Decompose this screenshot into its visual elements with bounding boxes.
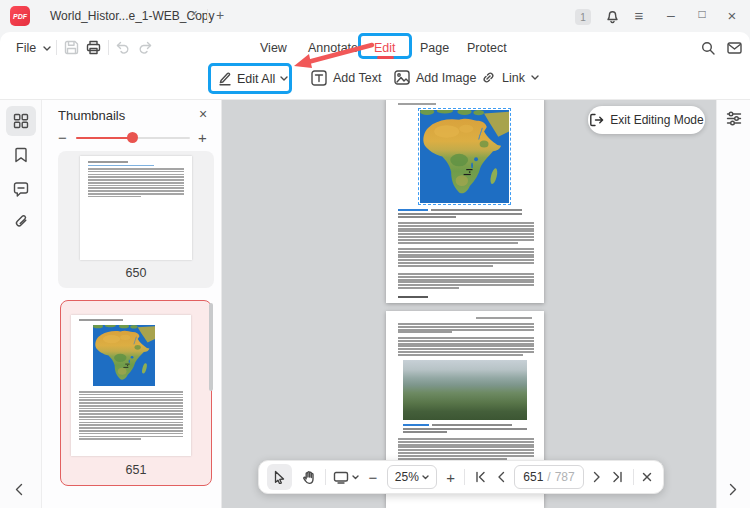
grid-icon [13,113,29,129]
add-text-button[interactable]: Add Text [311,70,381,86]
mail-icon[interactable] [727,42,742,54]
bookmark-icon [14,147,28,163]
page-separator: / [547,470,550,484]
exit-icon [589,113,604,127]
slider-fill [76,137,132,139]
print-icon[interactable] [86,40,101,55]
link-icon [481,70,496,85]
exit-editing-mode-button[interactable]: Exit Editing Mode [588,106,705,134]
add-text-label: Add Text [333,71,381,85]
toolbar-divider [633,469,634,485]
slider-knob[interactable] [127,132,138,143]
edit-all-label: Edit All [237,72,275,86]
menu-edit[interactable]: Edit [374,41,396,55]
total-pages: 787 [555,470,575,484]
toolbar-divider [325,469,326,485]
save-icon[interactable] [64,40,79,55]
thumbnail-650-label: 650 [58,266,214,280]
thumbnails-panel-title: Thumbnails [58,108,125,123]
chevron-right-icon [593,471,601,483]
chevron-down-icon [352,475,359,480]
app-logo-icon: PDF [10,6,30,26]
notification-badge[interactable]: 1 [575,9,591,25]
hand-icon [302,470,316,485]
maximize-button[interactable]: □ [692,7,712,21]
new-tab-button[interactable]: + [210,7,230,23]
menubar-divider [56,40,57,55]
menu-file[interactable]: File [16,41,36,55]
image-icon [394,70,410,85]
expand-right-panel-button[interactable] [729,483,737,496]
thumbnail-650-page [80,156,192,260]
landscape-photo[interactable] [403,360,527,420]
chevron-down-icon [531,75,539,80]
thumbnail-page-651[interactable]: 651 [60,300,212,486]
first-page-button[interactable] [471,464,488,490]
window-close-button[interactable]: × [722,7,742,24]
exit-editing-label: Exit Editing Mode [610,113,703,127]
zoom-level-select[interactable]: 25% [387,465,437,489]
redo-icon[interactable] [138,41,153,54]
zoom-level-value: 25% [395,470,419,484]
menu-annotate[interactable]: Annotate [308,41,358,55]
page-display-mode-button[interactable] [332,464,359,490]
viewer-toolbar: − 25% + 651 / 787 [258,460,664,494]
main-menu-icon[interactable]: ≡ [629,7,649,24]
edit-menu-underline [377,56,394,59]
pdf-page-651[interactable] [386,100,544,303]
africa-map-image[interactable] [420,110,509,203]
page-view-icon [333,471,349,484]
last-page-button[interactable] [609,464,626,490]
last-page-icon [612,471,623,483]
chevron-right-icon [729,483,737,496]
select-tool-button[interactable] [267,464,292,490]
selected-image-frame[interactable] [418,108,511,205]
thumbnail-zoom-out[interactable]: − [58,129,67,146]
menu-page[interactable]: Page [420,41,449,55]
menubar-divider [108,40,109,55]
attachments-panel-button[interactable] [6,207,36,237]
pencil-icon [218,71,232,86]
thumbnails-panel-button[interactable] [6,106,36,136]
toolbar-divider [464,469,465,485]
panel-close-icon[interactable]: × [199,106,207,122]
edit-all-button[interactable]: Edit All [208,63,292,94]
thumbnails-scrollbar[interactable] [209,303,213,391]
right-rail [716,100,750,508]
chevron-left-icon [15,483,23,496]
tab-divider [207,9,208,23]
add-image-button[interactable]: Add Image [394,70,476,85]
search-icon[interactable] [701,41,715,55]
thumbnail-zoom-in[interactable]: + [198,129,207,146]
tab-close-icon[interactable]: × [184,7,204,21]
zoom-in-button[interactable]: + [443,464,458,490]
settings-sliders-icon[interactable] [726,110,742,126]
file-chevron-icon [43,46,51,51]
chevron-down-icon [422,475,429,480]
document-canvas [222,100,716,508]
chevron-down-icon [280,76,288,81]
thumbnail-651-label: 651 [61,463,211,477]
thumbnail-651-page [71,315,191,456]
chevron-left-icon [497,471,505,483]
title-bar: PDF World_Histor...e_1-WEB_Copy × + 1 ≡ … [0,0,750,32]
zoom-out-button[interactable]: − [365,464,380,490]
bookmarks-panel-button[interactable] [6,140,36,170]
thumbnail-page-650[interactable]: 650 [58,151,214,288]
undo-icon[interactable] [115,41,130,54]
text-tool-icon [311,70,327,86]
bell-icon[interactable] [605,9,620,24]
previous-page-button[interactable] [495,464,509,490]
menu-view[interactable]: View [260,41,287,55]
link-button[interactable]: Link [481,70,539,85]
minimize-button[interactable]: – [661,7,681,23]
hand-tool-button[interactable] [298,464,319,490]
close-icon [642,472,652,482]
current-page: 651 [523,470,543,484]
menu-protect[interactable]: Protect [467,41,507,55]
page-number-input[interactable]: 651 / 787 [514,465,584,489]
comments-panel-button[interactable] [6,174,36,204]
next-page-button[interactable] [590,464,604,490]
close-viewer-toolbar-button[interactable] [640,464,655,490]
collapse-left-panel-button[interactable] [15,483,23,496]
